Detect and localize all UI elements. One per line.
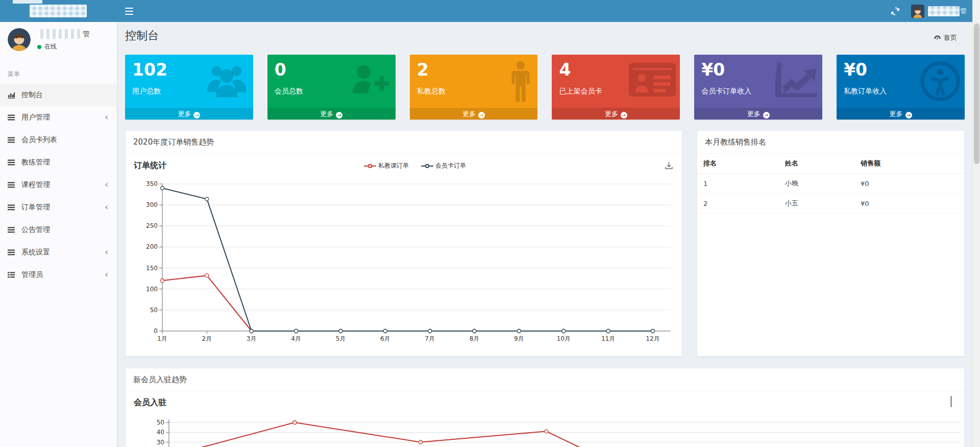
arrow-circle-right-icon: → [763, 112, 770, 119]
sidebar-item-announcements[interactable]: 公告管理 [0, 219, 117, 241]
scrollbar-thumb[interactable] [974, 23, 979, 164]
table-row: 2 小五 ¥0 [697, 194, 964, 214]
sidebar-item-courses[interactable]: 课程管理 ‹ [0, 174, 117, 196]
table-row: 1 小晚 ¥0 [697, 174, 964, 194]
user-menu[interactable]: 管 [911, 0, 967, 22]
column-header-rank: 排名 [697, 154, 779, 174]
dashboard-icon [934, 35, 941, 41]
stat-value: ¥0 [701, 60, 815, 80]
svg-text:11月: 11月 [601, 335, 615, 342]
svg-text:100: 100 [146, 286, 158, 293]
legend-line-circle-icon [364, 164, 376, 168]
more-link[interactable]: 更多→ [552, 108, 680, 120]
stat-label: 已上架会员卡 [559, 87, 673, 96]
sidebar-avatar [8, 28, 31, 51]
column-header-sales: 销售额 [854, 154, 964, 174]
legend-item-private-orders[interactable]: 私教课订单 [364, 161, 409, 170]
sidebar-menu: 控制台 用户管理 ‹ 会员卡列表 教练管理 课程管理 ‹ 订单管理 ‹ 公告管理 [0, 84, 117, 286]
list-icon [8, 159, 16, 166]
chart-legend: 私教课订单 会员卡订单 [166, 161, 664, 170]
redacted-logo [30, 5, 87, 17]
stat-value: 2 [417, 60, 531, 80]
sidebar-item-admins[interactable]: 管理员 ‹ [0, 264, 117, 286]
user-avatar [911, 5, 924, 18]
arrow-circle-right-icon: → [905, 112, 912, 119]
new-members-panel: 新会员入驻趋势 会员入驻 504030 [125, 368, 965, 447]
members-line-chart[interactable]: 504030 [126, 411, 965, 447]
redacted-user-name [928, 6, 960, 16]
page-scrollbar[interactable] [972, 0, 980, 447]
user-name-suffix: 管 [960, 7, 967, 16]
redacted-sidebar-name [37, 29, 81, 39]
online-status-icon [37, 45, 41, 49]
online-status-label: 在线 [44, 42, 57, 51]
svg-text:200: 200 [146, 243, 158, 250]
scroll-indicator [950, 396, 952, 407]
chevron-left-icon: ‹ [105, 113, 108, 122]
download-icon [665, 161, 673, 170]
sidebar-toggle-button[interactable] [117, 0, 141, 22]
stat-box-row: 102 用户总数 更多→ 0 会员总数 [125, 55, 965, 120]
column-header-name: 姓名 [779, 154, 854, 174]
legend-item-card-orders[interactable]: 会员卡订单 [421, 161, 466, 170]
svg-text:250: 250 [146, 222, 158, 229]
svg-text:150: 150 [146, 265, 158, 272]
svg-text:7月: 7月 [425, 335, 435, 342]
list-icon [8, 114, 16, 121]
sidebar-item-label: 控制台 [21, 90, 43, 100]
svg-text:30: 30 [157, 439, 164, 446]
svg-text:2月: 2月 [202, 335, 212, 342]
sidebar-item-orders[interactable]: 订单管理 ‹ [0, 196, 117, 219]
menu-section-label: 菜单 [0, 62, 117, 84]
more-link[interactable]: 更多→ [410, 108, 538, 120]
refresh-button[interactable] [888, 0, 903, 22]
sidebar-item-dashboard[interactable]: 控制台 [0, 84, 117, 106]
stat-value: 4 [559, 60, 673, 80]
orders-line-chart[interactable]: 0501001502002503003501月2月3月4月5月6月7月8月9月1… [132, 174, 675, 348]
breadcrumb-home[interactable]: 首页 [944, 33, 957, 42]
svg-text:4月: 4月 [291, 335, 301, 342]
stat-box-trainers: 2 私教总数 更多→ [410, 55, 538, 120]
ranking-table: 排名 姓名 销售额 1 小晚 ¥0 2 小五 [697, 154, 964, 214]
breadcrumb[interactable]: 首页 [934, 33, 957, 42]
more-link[interactable]: 更多→ [267, 108, 396, 120]
list-icon [8, 204, 16, 210]
sidebar-item-coaches[interactable]: 教练管理 [0, 151, 117, 174]
redacted-strip [13, 0, 42, 4]
sidebar-item-users[interactable]: 用户管理 ‹ [0, 106, 117, 129]
stat-label: 私教总数 [417, 87, 531, 96]
save-image-button[interactable] [664, 161, 674, 171]
sidebar-item-member-cards[interactable]: 会员卡列表 [0, 129, 117, 151]
refresh-icon [891, 7, 899, 15]
chart-title: 会员入驻 [126, 391, 964, 408]
stat-box-training-revenue: ¥0 私教订单收入 更多→ [837, 55, 965, 120]
svg-text:350: 350 [146, 180, 158, 187]
sidebar-name-suffix: 管 [83, 30, 90, 39]
chevron-left-icon: ‹ [105, 180, 108, 189]
arrow-circle-right-icon: → [336, 112, 342, 119]
list-icon [8, 227, 16, 233]
svg-text:50: 50 [150, 307, 158, 314]
svg-text:3月: 3月 [247, 335, 257, 342]
legend-line-circle-icon [421, 164, 433, 168]
chevron-left-icon: ‹ [105, 270, 108, 279]
sidebar-item-settings[interactable]: 系统设置 ‹ [0, 241, 117, 264]
more-link[interactable]: 更多→ [837, 108, 965, 120]
sidebar: 管 在线 菜单 控制台 用户管理 ‹ 会员卡列表 教练管理 [0, 22, 117, 447]
top-navbar: 管 [0, 0, 980, 22]
arrow-circle-right-icon: → [478, 112, 485, 119]
chevron-left-icon: ‹ [105, 203, 108, 211]
panel-title: 本月教练销售排名 [697, 131, 964, 154]
stat-box-users: 102 用户总数 更多→ [125, 55, 253, 120]
stat-label: 私教订单收入 [844, 87, 958, 96]
stat-box-members: 0 会员总数 更多→ [267, 55, 396, 120]
svg-text:6月: 6月 [380, 335, 390, 342]
list-icon [8, 249, 16, 255]
stat-value: 0 [275, 60, 388, 80]
stat-box-card-revenue: ¥0 会员卡订单收入 更多→ [694, 55, 822, 120]
more-link[interactable]: 更多→ [125, 108, 253, 120]
svg-text:0: 0 [154, 327, 158, 335]
chart-title: 订单统计 [134, 160, 166, 171]
chevron-left-icon: ‹ [105, 248, 108, 256]
more-link[interactable]: 更多→ [694, 108, 822, 120]
